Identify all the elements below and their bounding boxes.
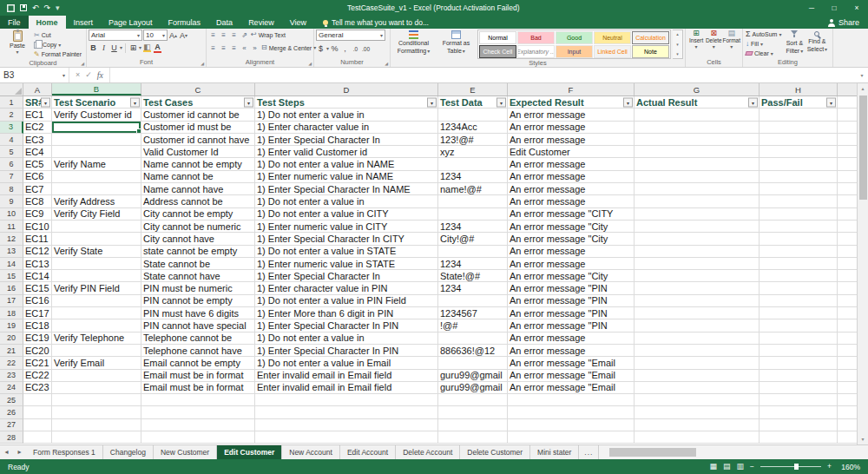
cell-C2[interactable]: Customer id cannot be — [141, 109, 255, 121]
format-painter-button[interactable]: ✎ Format Painter — [33, 49, 82, 59]
cell-C3[interactable]: Customer id must be — [141, 122, 255, 134]
cell-F19[interactable]: An error message "PIN — [508, 319, 635, 332]
cell-G18[interactable] — [635, 307, 760, 319]
cell-A27[interactable] — [23, 419, 52, 431]
cell-B1[interactable]: Test Scenario▾ — [52, 96, 141, 109]
cell-H11[interactable] — [760, 221, 838, 233]
cell-D9[interactable]: 1) Do not enter a value in — [255, 195, 438, 207]
vertical-scroll-thumb[interactable] — [859, 95, 867, 200]
cell-D12[interactable]: 1) Enter Special Character In CITY — [255, 233, 438, 245]
row-header-2[interactable]: 2 — [0, 109, 23, 121]
row-header-13[interactable]: 13 — [0, 246, 23, 258]
horizontal-scroll-thumb[interactable] — [609, 448, 696, 457]
cell-C14[interactable]: State cannot be — [141, 258, 255, 270]
cell-B22[interactable]: Verify Email — [52, 357, 141, 369]
cell-D4[interactable]: 1) Enter Special Character In — [255, 134, 438, 146]
row-header-18[interactable]: 18 — [0, 307, 23, 319]
sheet-nav-right-icon[interactable]: ▸ — [13, 445, 26, 459]
cell-H8[interactable] — [760, 183, 838, 195]
cell-G27[interactable] — [635, 419, 760, 431]
cell-G24[interactable] — [635, 382, 760, 394]
save-icon[interactable] — [20, 4, 27, 11]
cell-F25[interactable] — [508, 394, 635, 406]
cell-F16[interactable]: An error message "PIN — [508, 282, 635, 294]
cell-C8[interactable]: Name cannot have — [141, 183, 255, 195]
cell-G20[interactable] — [635, 332, 760, 345]
ribbon-tab-formulas[interactable]: Formulas — [161, 16, 209, 29]
cell-B15[interactable] — [52, 270, 141, 282]
cell-E19[interactable]: !@# — [438, 319, 508, 332]
cell-A3[interactable]: EC2 — [23, 122, 52, 134]
cell-F11[interactable]: An error message "City — [508, 221, 635, 233]
minimize-button[interactable]: ─ — [800, 0, 823, 16]
cell-B28[interactable] — [52, 431, 141, 444]
ribbon-tab-review[interactable]: Review — [240, 16, 282, 29]
sort-filter-button[interactable]: Sort & Filter▾ — [784, 30, 805, 55]
cell-F28[interactable] — [508, 431, 635, 444]
cell-E25[interactable] — [438, 394, 508, 406]
undo-icon[interactable]: ↶ — [32, 4, 39, 12]
cell-E11[interactable]: 1234 — [438, 221, 508, 233]
cell-D27[interactable] — [255, 419, 438, 431]
cell-C25[interactable] — [141, 394, 255, 406]
insert-cells-button[interactable]: ⊞ Insert ▾ — [687, 30, 705, 49]
page-break-view-icon[interactable]: ▥ — [737, 463, 745, 471]
row-header-21[interactable]: 21 — [0, 345, 23, 357]
cell-B11[interactable] — [52, 221, 141, 233]
cell-A4[interactable]: EC3 — [23, 134, 52, 146]
conditional-formatting-button[interactable]: Conditional Formatting▾ — [392, 30, 435, 55]
row-header-28[interactable]: 28 — [0, 431, 23, 444]
column-header-E[interactable]: E — [438, 83, 508, 95]
row-header-3[interactable]: 3 — [0, 122, 23, 134]
scroll-up-icon[interactable]: ▴ — [861, 83, 864, 94]
zoom-level[interactable]: 160% — [838, 463, 860, 471]
sheet-tab-edit-account[interactable]: Edit Account — [340, 445, 396, 459]
cell-A22[interactable]: EC21 — [23, 357, 52, 369]
top-align-button[interactable]: ≡ — [208, 30, 218, 40]
cell-F10[interactable]: An error message "CITY — [508, 208, 635, 221]
close-button[interactable]: × — [845, 0, 868, 16]
cell-A19[interactable]: EC18 — [23, 319, 52, 332]
cell-G12[interactable] — [635, 233, 760, 245]
cell-G3[interactable] — [635, 122, 760, 134]
cell-F12[interactable]: An error message "City — [508, 233, 635, 245]
font-dialog-launcher[interactable]: ◢ — [201, 61, 204, 66]
number-dialog-launcher[interactable]: ◢ — [385, 61, 388, 66]
cell-H16[interactable] — [760, 282, 838, 294]
cell-C21[interactable]: Telephone cannot have — [141, 345, 255, 357]
sheet-tabs-more[interactable]: ... — [579, 445, 598, 459]
gallery-more-icon[interactable]: ▾ — [676, 52, 679, 56]
cell-G23[interactable] — [635, 370, 760, 382]
sheet-tab-new-customer[interactable]: New Customer — [154, 445, 217, 459]
cell-D17[interactable]: 1) Do not enter a value in PIN Field — [255, 295, 438, 307]
cell-C4[interactable]: Customer id cannot have — [141, 134, 255, 146]
normal-view-icon[interactable]: ▦ — [710, 463, 718, 471]
cell-B21[interactable] — [52, 345, 141, 357]
row-header-26[interactable]: 26 — [0, 406, 23, 418]
cell-F1[interactable]: Expected Result▾ — [508, 96, 635, 109]
filter-button-F[interactable]: ▾ — [623, 97, 633, 107]
sheet-tab-changelog[interactable]: Changelog — [103, 445, 154, 459]
cell-D15[interactable]: 1) Enter Special Character In — [255, 270, 438, 282]
cell-D21[interactable]: 1) Enter Special Character In PIN — [255, 345, 438, 357]
cell-C22[interactable]: Email cannot be empty — [141, 357, 255, 369]
cell-G13[interactable] — [635, 246, 760, 258]
gallery-down-icon[interactable]: ▾ — [676, 43, 679, 47]
row-header-9[interactable]: 9 — [0, 195, 23, 207]
cell-H25[interactable] — [760, 394, 838, 406]
row-header-11[interactable]: 11 — [0, 221, 23, 233]
cell-style-good[interactable]: Good — [556, 31, 593, 44]
cell-H26[interactable] — [760, 406, 838, 418]
cell-E20[interactable] — [438, 332, 508, 345]
cell-A21[interactable]: EC20 — [23, 345, 52, 357]
sheet-tab-edit-customer[interactable]: Edit Customer — [217, 445, 282, 459]
cell-C28[interactable] — [141, 431, 255, 444]
cell-G26[interactable] — [635, 406, 760, 418]
cell-A18[interactable]: EC17 — [23, 307, 52, 319]
decrease-indent-button[interactable]: « — [240, 43, 249, 53]
cell-E16[interactable]: 1234 — [438, 282, 508, 294]
number-format-select[interactable]: General ▾ — [316, 30, 385, 41]
cell-B9[interactable]: Verify Address — [52, 195, 141, 207]
row-header-10[interactable]: 10 — [0, 208, 23, 221]
cell-E27[interactable] — [438, 419, 508, 431]
